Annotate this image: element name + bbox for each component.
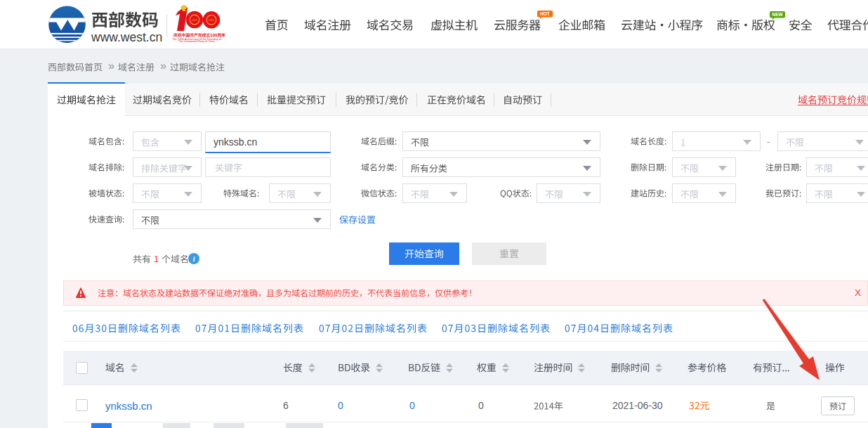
svg-text:NEW: NEW (772, 12, 784, 17)
svg-text:HOT: HOT (540, 11, 550, 16)
svg-text:2021: 2021 (209, 19, 214, 22)
svg-text:1921: 1921 (192, 19, 197, 22)
